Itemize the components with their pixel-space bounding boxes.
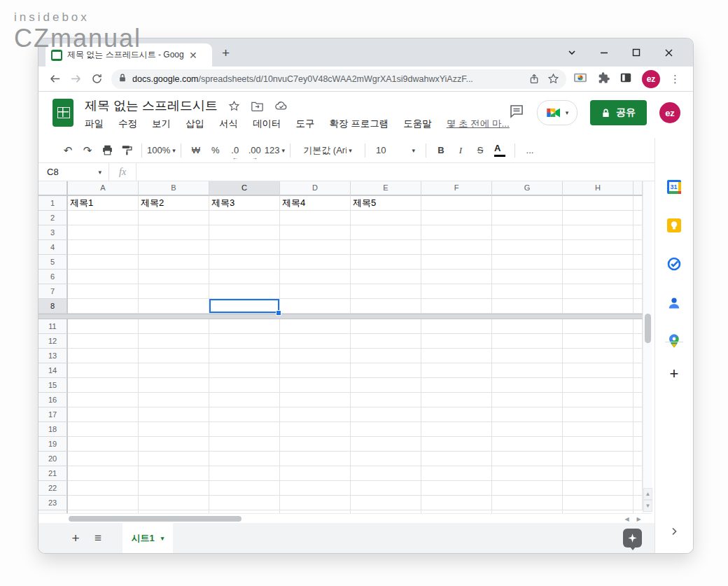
column-header-H[interactable]: H: [563, 181, 634, 196]
cell-C3[interactable]: [209, 225, 280, 240]
google-keep-icon[interactable]: [666, 217, 682, 234]
cell-B17[interactable]: [139, 407, 209, 422]
cell-G23[interactable]: [492, 496, 563, 510]
cell-B11[interactable]: [139, 319, 209, 334]
cell-B18[interactable]: [139, 422, 209, 437]
cell-E11[interactable]: [351, 319, 421, 334]
explore-button[interactable]: [623, 529, 642, 547]
cell-A1[interactable]: 제목1: [68, 196, 139, 211]
row-header-19[interactable]: 19: [38, 437, 68, 452]
cell-C23[interactable]: [209, 496, 280, 510]
cell-F14[interactable]: [421, 363, 492, 378]
get-add-ons-button[interactable]: +: [666, 365, 682, 382]
cell-E15[interactable]: [351, 378, 421, 393]
cell-D18[interactable]: [280, 422, 351, 437]
cell-D15[interactable]: [280, 378, 351, 393]
cell-F19[interactable]: [421, 437, 492, 452]
move-to-folder-icon[interactable]: [251, 100, 264, 112]
cell-D20[interactable]: [280, 452, 351, 466]
cell-D5[interactable]: [280, 255, 351, 270]
cell-G19[interactable]: [492, 437, 563, 452]
row-header-22[interactable]: 22: [38, 481, 68, 496]
cell-F16[interactable]: [421, 393, 492, 407]
star-document-icon[interactable]: [228, 100, 240, 112]
print-button[interactable]: [97, 141, 117, 160]
cell-A5[interactable]: [68, 255, 139, 270]
zoom-select[interactable]: 100% ▾: [147, 141, 176, 160]
cell-C5[interactable]: [209, 255, 280, 270]
row-header-1[interactable]: 1: [38, 196, 68, 211]
browser-profile-avatar[interactable]: ez: [642, 70, 660, 88]
cell-E3[interactable]: [351, 225, 421, 240]
cell-F11[interactable]: [421, 319, 492, 334]
cell-E4[interactable]: [351, 240, 421, 255]
cell-C20[interactable]: [209, 452, 280, 466]
add-sheet-button[interactable]: +: [65, 523, 86, 553]
cell-H15[interactable]: [563, 378, 634, 393]
selection-fill-handle[interactable]: [276, 310, 281, 316]
menu-tools[interactable]: 도구: [296, 118, 315, 130]
increase-decimal-button[interactable]: .00→: [245, 141, 265, 160]
cell-G3[interactable]: [492, 225, 563, 240]
cell-G13[interactable]: [492, 349, 563, 363]
cell-E19[interactable]: [351, 437, 421, 452]
scroll-left-button[interactable]: ◀: [622, 515, 632, 523]
cell-E5[interactable]: [351, 255, 421, 270]
menu-format[interactable]: 서식: [219, 118, 238, 130]
document-title[interactable]: 제목 없는 스프레드시트: [85, 97, 218, 114]
horizontal-scrollbar[interactable]: ◀ ▶: [38, 513, 652, 523]
cell-A11[interactable]: [68, 319, 139, 334]
cell-D16[interactable]: [280, 393, 351, 407]
cell-E1[interactable]: 제목5: [351, 196, 421, 211]
row-header-8[interactable]: 8: [38, 299, 68, 314]
cell-H11[interactable]: [563, 319, 634, 334]
cell-G20[interactable]: [492, 452, 563, 466]
cell-A16[interactable]: [68, 393, 139, 407]
cell-E8[interactable]: [351, 299, 421, 314]
row-header-12[interactable]: 12: [38, 334, 68, 349]
bold-button[interactable]: B: [431, 141, 451, 160]
cell-B19[interactable]: [139, 437, 209, 452]
cell-A19[interactable]: [68, 437, 139, 452]
cell-G6[interactable]: [492, 270, 563, 284]
share-page-icon[interactable]: [528, 73, 540, 85]
cell-G18[interactable]: [492, 422, 563, 437]
cell-A12[interactable]: [68, 334, 139, 349]
cell-D19[interactable]: [280, 437, 351, 452]
cell-E22[interactable]: [351, 481, 421, 496]
percent-format-button[interactable]: %: [206, 141, 225, 160]
scroll-down-button[interactable]: ▼: [643, 500, 652, 512]
cell-C14[interactable]: [209, 363, 280, 378]
cell-B6[interactable]: [139, 270, 209, 284]
cell-F5[interactable]: [421, 255, 492, 270]
cell-A2[interactable]: [68, 211, 139, 225]
cell-H3[interactable]: [563, 225, 634, 240]
cell-H19[interactable]: [563, 437, 634, 452]
row-header-5[interactable]: 5: [38, 255, 68, 270]
cell-G16[interactable]: [492, 393, 563, 407]
column-header-A[interactable]: A: [68, 181, 139, 196]
paint-format-button[interactable]: [117, 141, 136, 160]
tab-search-chevron-icon[interactable]: [556, 39, 588, 67]
cell-A15[interactable]: [68, 378, 139, 393]
cell-B20[interactable]: [139, 452, 209, 466]
vertical-scrollbar[interactable]: ▲ ▼: [643, 181, 652, 513]
cell-C17[interactable]: [209, 407, 280, 422]
cell-F13[interactable]: [421, 349, 492, 363]
column-header-F[interactable]: F: [421, 181, 492, 196]
horizontal-scrollbar-thumb[interactable]: [69, 516, 241, 522]
column-header-D[interactable]: D: [280, 181, 351, 196]
currency-format-button[interactable]: ₩: [186, 141, 206, 160]
column-header-C[interactable]: C: [209, 181, 280, 196]
cell-C21[interactable]: [209, 466, 280, 481]
row-header-18[interactable]: 18: [38, 422, 68, 437]
more-formats-button[interactable]: 123 ▾: [265, 141, 285, 160]
cell-F12[interactable]: [421, 334, 492, 349]
cell-H22[interactable]: [563, 481, 634, 496]
cell-G11[interactable]: [492, 319, 563, 334]
row-header-16[interactable]: 16: [38, 393, 68, 407]
cell-B4[interactable]: [139, 240, 209, 255]
saved-to-drive-cloud-icon[interactable]: [274, 100, 288, 111]
cell-H16[interactable]: [563, 393, 634, 407]
google-contacts-icon[interactable]: [666, 295, 682, 312]
